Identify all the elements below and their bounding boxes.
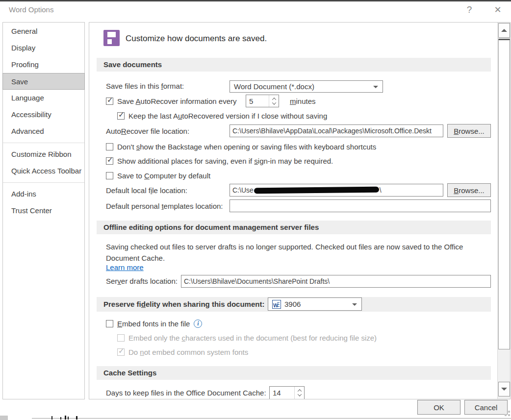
embed-fonts-checkbox-row[interactable]: Embed fonts in the file i: [106, 318, 202, 329]
server-drafts-field[interactable]: C:\Users\Bhilave\Documents\SharePoint Dr…: [181, 275, 491, 288]
additional-places-checkbox[interactable]: [106, 157, 113, 165]
sidebar-item-language[interactable]: Language: [3, 90, 84, 106]
backstage-checkbox-row[interactable]: Don't show the Backstage when opening or…: [106, 141, 376, 152]
sidebar-item-trust-center[interactable]: Trust Center: [3, 202, 84, 219]
section-header-offline-editing: Offline editing options for document man…: [97, 221, 491, 234]
sidebar-item-advanced[interactable]: Advanced: [3, 123, 84, 140]
background-window-fragment: [0, 416, 8, 420]
close-icon[interactable]: ✕: [489, 3, 506, 17]
word-document-icon: W: [272, 300, 281, 309]
autorecover-checkbox-row[interactable]: Save AutoRecover information every: [106, 95, 236, 107]
default-local-location-field[interactable]: C:\Use\: [230, 184, 443, 197]
spinner-down-icon[interactable]: [297, 392, 301, 396]
scroll-down-button[interactable]: [498, 382, 510, 396]
sidebar-item-add-ins[interactable]: Add-ins: [3, 186, 84, 202]
help-icon[interactable]: ?: [461, 3, 478, 17]
autorecover-minutes-value: 5: [246, 95, 269, 107]
resize-grip[interactable]: [503, 411, 510, 419]
cache-days-spinner[interactable]: 14: [269, 386, 305, 399]
browse-default-local-button[interactable]: Browse...: [447, 183, 491, 197]
learn-more-link[interactable]: Learn more: [106, 263, 144, 272]
fidelity-document-value: 3906: [284, 300, 301, 308]
sidebar-divider: [3, 143, 84, 143]
window-top-edge: [0, 0, 511, 1]
vertical-scrollbar[interactable]: [497, 23, 510, 399]
templates-location-field[interactable]: [230, 199, 491, 212]
chevron-down-icon: [373, 86, 378, 88]
save-to-computer-checkbox[interactable]: [106, 172, 113, 179]
browse-autorecover-button[interactable]: Browse...: [447, 124, 491, 138]
sidebar-item-quick-access-toolbar[interactable]: Quick Access Toolbar: [3, 163, 84, 179]
minutes-label: minutes: [290, 96, 316, 107]
cache-days-label: Days to keep files in the Office Documen…: [106, 387, 266, 399]
additional-places-checkbox-row[interactable]: Show additional places for saving, even …: [106, 155, 333, 167]
autorecover-location-label: AutoRecover file location:: [106, 125, 189, 137]
background-artifact: [60, 417, 61, 420]
section-header-save-documents: Save documents: [97, 58, 491, 72]
format-label: Save files in this format:: [106, 80, 184, 92]
background-artifact: [76, 416, 77, 420]
keep-last-autorecovered-checkbox[interactable]: [117, 112, 125, 120]
autorecover-location-field[interactable]: C:\Users\Bhilave\AppData\Local\Packages\…: [230, 124, 443, 137]
embed-characters-checkbox-row: Embed only the characters used in the do…: [117, 332, 377, 344]
sidebar-item-general[interactable]: General: [3, 23, 84, 40]
server-drafts-label: Server drafts location:: [106, 275, 178, 287]
keep-last-autorecovered-label: Keep the last AutoRecovered version if I…: [128, 112, 327, 120]
autorecover-checkbox[interactable]: [106, 98, 113, 105]
no-common-fonts-label: Do not embed common system fonts: [128, 348, 248, 356]
background-artifact: [51, 416, 52, 420]
scrollbar-thumb[interactable]: [498, 39, 510, 349]
fidelity-document-dropdown[interactable]: W 3906: [268, 297, 362, 311]
no-common-fonts-checkbox-row: Do not embed common system fonts: [117, 346, 248, 358]
chevron-down-icon: [352, 303, 357, 306]
embed-characters-label: Embed only the characters used in the do…: [128, 334, 377, 342]
sidebar-item-display[interactable]: Display: [3, 40, 84, 56]
info-icon[interactable]: i: [194, 320, 202, 328]
file-format-dropdown[interactable]: Word Document (*.docx): [230, 80, 383, 93]
spinner-buttons[interactable]: [269, 95, 279, 107]
window-title: Word Options: [9, 5, 53, 14]
file-format-value: Word Document (*.docx): [234, 82, 314, 91]
sidebar-item-accessibility[interactable]: Accessibility: [3, 106, 84, 123]
embed-fonts-label: Embed fonts in the file: [117, 320, 190, 328]
default-local-location-label: Default local file location:: [106, 185, 187, 197]
no-common-fonts-checkbox: [117, 348, 125, 356]
page-heading: Customize how documents are saved.: [126, 34, 267, 44]
sidebar-item-proofing[interactable]: Proofing: [3, 56, 84, 73]
background-window-edge: [32, 418, 511, 419]
keep-last-autorecovered-row[interactable]: Keep the last AutoRecovered version if I…: [117, 110, 327, 122]
templates-location-label: Default personal templates location:: [106, 200, 223, 212]
offline-editing-description: Saving checked out files to server draft…: [106, 241, 479, 264]
sidebar-divider: [3, 182, 84, 183]
autorecover-minutes-spinner[interactable]: 5: [246, 95, 279, 107]
spinner-down-icon[interactable]: [272, 100, 276, 104]
background-artifact: [65, 416, 66, 420]
embed-characters-checkbox: [117, 334, 125, 342]
save-settings-panel: Customize how documents are saved. Save …: [89, 22, 511, 399]
spinner-buttons[interactable]: [294, 387, 304, 399]
additional-places-label: Show additional places for saving, even …: [117, 157, 333, 165]
word-options-dialog: Word Options ? ✕ General Display Proofin…: [0, 0, 511, 420]
save-floppy-icon: [103, 30, 120, 46]
sidebar-item-customize-ribbon[interactable]: Customize Ribbon: [3, 146, 84, 163]
autorecover-label: Save AutoRecover information every: [117, 97, 236, 105]
backstage-label: Don't show the Backstage when opening or…: [117, 143, 376, 151]
save-to-computer-checkbox-row[interactable]: Save to Computer by default: [106, 170, 210, 181]
cache-days-value: 14: [270, 387, 294, 399]
sidebar: General Display Proofing Save Language A…: [2, 22, 85, 399]
ok-button[interactable]: OK: [417, 400, 460, 415]
scroll-up-icon: [501, 29, 507, 32]
redaction-mark: [254, 187, 379, 194]
backstage-checkbox[interactable]: [106, 143, 113, 150]
sidebar-item-save[interactable]: Save: [2, 73, 85, 90]
cancel-button[interactable]: Cancel: [464, 400, 508, 415]
background-artifact: [68, 417, 69, 420]
scroll-up-button[interactable]: [498, 23, 510, 38]
scroll-down-icon: [501, 388, 507, 391]
section-header-cache-settings: Cache Settings: [97, 366, 491, 380]
embed-fonts-checkbox[interactable]: [106, 320, 113, 327]
save-to-computer-label: Save to Computer by default: [117, 172, 210, 180]
